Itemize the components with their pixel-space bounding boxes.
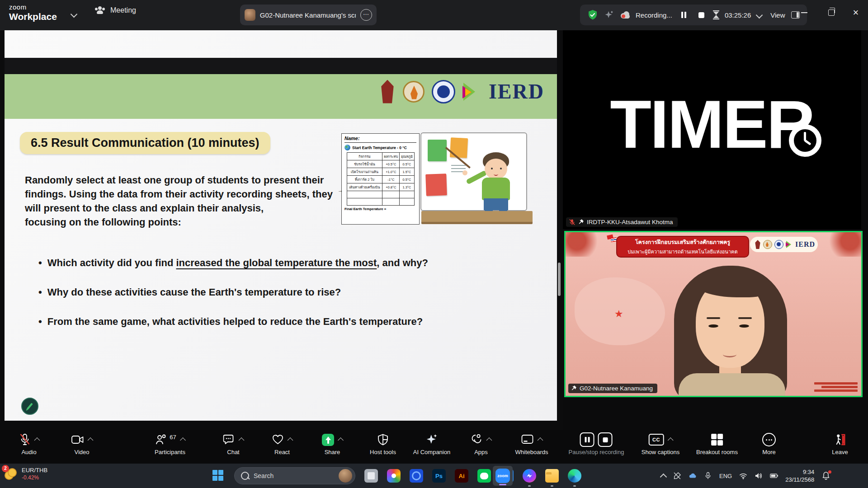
video-button[interactable]: Video (71, 433, 93, 455)
ws-col-header: อุณหภูมิ (400, 153, 414, 160)
time-chevron-down-icon[interactable] (756, 11, 763, 19)
tab-shared-screen[interactable]: G02-Nutnaree Kanamuang's scree ⋯ (240, 5, 377, 25)
shared-screen-region: IERD 6.5 Result Communication (10 minute… (0, 30, 563, 430)
muted-mic-icon (19, 433, 31, 446)
audio-chevron-icon[interactable] (34, 437, 40, 443)
pen-disabled-icon[interactable] (673, 472, 681, 480)
react-button[interactable]: React (272, 433, 292, 455)
restore-button[interactable] (819, 0, 844, 25)
stop-recording-button[interactable] (696, 9, 708, 21)
zoom-workplace-logo: zoom Workplace (9, 4, 57, 21)
share-chevron-icon[interactable] (338, 437, 344, 443)
widget-badge: 2 (2, 465, 9, 472)
battery-icon[interactable] (770, 472, 778, 480)
banner-logo-pill: IERD (750, 237, 818, 252)
speaker-video-tile[interactable]: ★ โครงการฝึกอบรมเสริมสร้างศักยภาพครู บ่ม… (564, 231, 863, 397)
running-indicator (573, 485, 576, 487)
meeting-people-icon (95, 6, 105, 14)
camera-icon (71, 435, 84, 445)
stocks-widget[interactable]: 2 EUR/THB -0.42% (5, 467, 47, 481)
photoshop-icon[interactable]: Ps (432, 469, 446, 483)
red-sticky-note (425, 174, 447, 196)
hidden-icons-chevron[interactable] (660, 473, 667, 480)
pause-stop-recording-button[interactable]: Pause/stop recording (569, 433, 624, 455)
floor (421, 211, 533, 224)
zoom-app-icon-active[interactable]: zoom (493, 466, 513, 486)
messenger-icon[interactable] (523, 469, 536, 483)
wifi-icon[interactable] (739, 472, 747, 480)
minimize-button[interactable] (792, 0, 816, 25)
taskbar-clock[interactable]: 9:34 23/11/2568 (785, 468, 814, 483)
blue-app-icon[interactable] (410, 469, 423, 483)
line-app-icon[interactable] (477, 469, 491, 483)
start-button[interactable] (212, 470, 224, 482)
language-indicator[interactable]: ENG (719, 473, 732, 479)
onedrive-cloud-icon[interactable] (689, 472, 697, 480)
chat-chevron-icon[interactable] (239, 437, 245, 443)
coins-icon: 2 (5, 467, 18, 481)
timer-video-tile[interactable]: TIMER IRDTP-KKU-Atsadawut Khotma (563, 30, 861, 229)
tab-meeting[interactable]: Meeting (95, 6, 136, 14)
annotation-pencil-button[interactable] (21, 398, 38, 415)
share-tab-label: G02-Nutnaree Kanamuang's scree (260, 11, 356, 19)
meeting-status-bar: Recording... 03:25:26 View (580, 5, 807, 25)
search-icon (241, 472, 249, 480)
ws-cell: 1.3°C (400, 183, 414, 191)
ai-companion-button[interactable]: AI Companion (413, 433, 450, 455)
share-scrollbar[interactable] (558, 263, 561, 296)
slide-paragraph: Randomly select at least one group of st… (25, 173, 350, 229)
more-ellipsis-icon (762, 433, 776, 446)
mini-orange-seal-icon (763, 240, 772, 249)
apps-button[interactable]: Apps (471, 433, 491, 455)
security-shield-icon[interactable] (587, 9, 598, 20)
share-button[interactable]: Share (322, 433, 343, 455)
heart-icon (272, 434, 284, 445)
muted-mic-icon (569, 219, 576, 225)
ai-sparkle-icon[interactable] (604, 10, 614, 20)
whiteboards-chevron-icon[interactable] (538, 437, 543, 443)
pause-icon[interactable] (580, 432, 594, 447)
pencil-icon (27, 403, 33, 410)
illustrator-icon[interactable]: Ai (455, 469, 468, 483)
react-chevron-icon[interactable] (288, 437, 293, 443)
close-button[interactable]: × (844, 0, 868, 25)
notification-center[interactable] (821, 471, 830, 480)
audio-button[interactable]: Audio (19, 433, 39, 455)
view-button-label[interactable]: View (770, 11, 785, 19)
voice-access-icon[interactable] (704, 472, 712, 480)
chat-button[interactable]: Chat (223, 433, 244, 455)
taskbar-app-icon[interactable] (364, 469, 378, 483)
workspace-chevron-down-icon[interactable] (71, 11, 78, 18)
ws-col-header: ผลกระทบ (382, 153, 400, 160)
title-bar: zoom Workplace Meeting G02-Nutnaree Kana… (0, 0, 868, 30)
speaker-icon[interactable] (755, 472, 763, 480)
video-chevron-icon[interactable] (88, 437, 94, 443)
notification-dot (828, 470, 831, 474)
apps-chevron-icon[interactable] (486, 437, 492, 443)
ierd-logo-text: IERD (489, 80, 544, 103)
more-button[interactable]: More (762, 433, 776, 455)
taskbar-search[interactable]: Search (234, 467, 355, 484)
share-tab-more-icon[interactable]: ⋯ (360, 9, 372, 21)
bullet-item: •From the same game, what activities hel… (38, 316, 468, 328)
earth-icon (344, 145, 350, 150)
ws-col-header: กิจกรรม (347, 153, 382, 160)
worksheet-table: กิจกรรม ผลกระทบ อุณหภูมิ ขับรถใช้น้ำมัน … (347, 152, 415, 206)
captions-chevron-icon[interactable] (668, 437, 674, 443)
breakout-rooms-button[interactable]: Breakout rooms (696, 433, 738, 455)
whiteboards-button[interactable]: Whiteboards (515, 433, 548, 455)
show-captions-button[interactable]: CC Show captions (642, 433, 680, 455)
stop-icon[interactable] (598, 432, 613, 447)
participants-chevron-icon[interactable] (180, 437, 186, 443)
photos-app-icon[interactable] (387, 469, 401, 483)
host-tools-button[interactable]: Host tools (370, 433, 396, 455)
stock-pair: EUR/THB (22, 467, 47, 474)
leave-button[interactable]: Leave (832, 433, 848, 455)
participants-button[interactable]: 67 Participants (155, 433, 185, 455)
file-explorer-icon[interactable] (545, 469, 559, 483)
ws-cell: +0.8°C (382, 183, 400, 191)
windows-taskbar: 2 EUR/THB -0.42% Search Ps Ai zoom (0, 464, 868, 488)
pause-recording-button[interactable] (678, 9, 690, 21)
ws-cell: -1°C (382, 176, 400, 183)
edge-browser-icon[interactable] (568, 469, 581, 483)
